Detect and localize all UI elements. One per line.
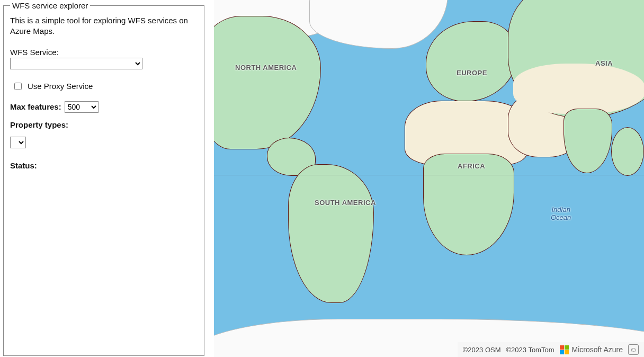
status-label: Status:	[10, 161, 37, 170]
landmass-se-asia	[611, 127, 644, 176]
map-label-ocean: Ocean	[551, 213, 571, 221]
microsoft-logo-icon	[560, 345, 569, 354]
microsoft-azure-text: Microsoft Azure	[572, 345, 623, 354]
landmass-central-asia	[513, 64, 644, 114]
max-features-select[interactable]: 500	[65, 101, 99, 113]
map-label-north-america: NORTH AMERICA	[235, 64, 297, 72]
attribution-osm: ©2023 OSM	[463, 346, 501, 354]
map-label-africa: AFRICA	[458, 162, 485, 170]
attribution-tomtom: ©2023 TomTom	[506, 346, 554, 354]
map-canvas[interactable]: NORTH AMERICA SOUTH AMERICA EUROPE AFRIC…	[214, 0, 644, 357]
property-types-label: Property types:	[10, 120, 198, 129]
microsoft-azure-logo: Microsoft Azure	[560, 345, 623, 354]
wfs-explorer-panel: WFS service explorer This is a simple to…	[3, 1, 204, 356]
use-proxy-label: Use Proxy Service	[28, 82, 93, 91]
map-equator-line	[214, 175, 644, 175]
map-label-indian: Indian	[551, 206, 570, 213]
wfs-service-select[interactable]	[10, 58, 142, 69]
wfs-service-label: WFS Service:	[10, 48, 198, 57]
map-label-indian-ocean: Indian Ocean	[551, 206, 571, 221]
map-attribution-bar: ©2023 OSM ©2023 TomTom Microsoft Azure ☺	[458, 342, 644, 357]
property-types-select[interactable]	[10, 137, 26, 148]
feedback-button[interactable]: ☺	[628, 344, 639, 355]
use-proxy-checkbox[interactable]	[14, 83, 22, 90]
max-features-label: Max features:	[10, 102, 61, 111]
panel-description: This is a simple tool for exploring WFS …	[10, 15, 198, 37]
map-label-asia: ASIA	[595, 59, 613, 67]
map-label-europe: EUROPE	[457, 69, 487, 77]
panel-legend: WFS service explorer	[10, 1, 90, 10]
map-label-south-america: SOUTH AMERICA	[315, 199, 376, 207]
